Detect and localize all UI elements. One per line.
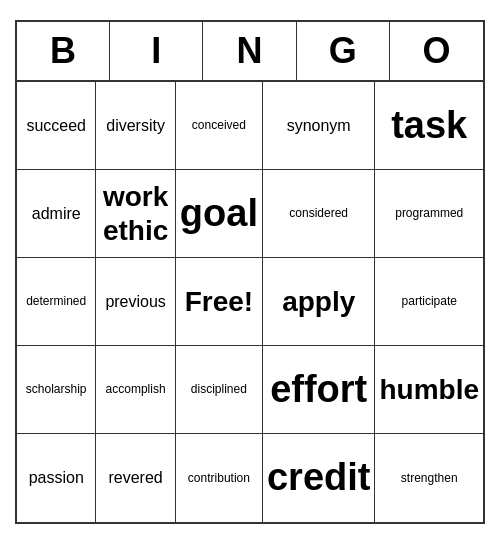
bingo-cell: humble [375,346,483,434]
bingo-cell: succeed [17,82,96,170]
bingo-cell: passion [17,434,96,522]
header-cell: G [297,22,390,80]
cell-text: programmed [395,206,463,220]
bingo-cell: programmed [375,170,483,258]
cell-text: task [391,103,467,149]
bingo-cell: considered [263,170,375,258]
bingo-cell: work ethic [96,170,175,258]
bingo-cell: task [375,82,483,170]
cell-text: disciplined [191,382,247,396]
bingo-cell: effort [263,346,375,434]
bingo-header: BINGO [17,22,483,82]
header-cell: N [203,22,296,80]
cell-text: humble [379,373,479,407]
cell-text: contribution [188,471,250,485]
cell-text: previous [105,292,165,311]
cell-text: synonym [287,116,351,135]
bingo-cell: admire [17,170,96,258]
cell-text: scholarship [26,382,87,396]
bingo-cell: strengthen [375,434,483,522]
bingo-cell: conceived [176,82,263,170]
cell-text: effort [270,367,367,413]
cell-text: considered [289,206,348,220]
bingo-cell: diversity [96,82,175,170]
bingo-cell: disciplined [176,346,263,434]
bingo-cell: Free! [176,258,263,346]
header-cell: I [110,22,203,80]
bingo-grid: succeeddiversityconceivedsynonymtaskadmi… [17,82,483,522]
header-cell: O [390,22,483,80]
cell-text: admire [32,204,81,223]
cell-text: goal [180,191,258,237]
cell-text: credit [267,455,370,501]
bingo-cell: synonym [263,82,375,170]
bingo-cell: revered [96,434,175,522]
cell-text: strengthen [401,471,458,485]
cell-text: work ethic [100,180,170,247]
header-cell: B [17,22,110,80]
cell-text: revered [108,468,162,487]
bingo-cell: accomplish [96,346,175,434]
bingo-cell: determined [17,258,96,346]
bingo-cell: participate [375,258,483,346]
bingo-cell: goal [176,170,263,258]
cell-text: passion [29,468,84,487]
cell-text: Free! [185,285,253,319]
bingo-cell: previous [96,258,175,346]
cell-text: determined [26,294,86,308]
cell-text: apply [282,285,355,319]
bingo-card: BINGO succeeddiversityconceivedsynonymta… [15,20,485,524]
bingo-cell: contribution [176,434,263,522]
cell-text: succeed [26,116,86,135]
cell-text: diversity [106,116,165,135]
bingo-cell: credit [263,434,375,522]
bingo-cell: apply [263,258,375,346]
cell-text: participate [402,294,457,308]
cell-text: conceived [192,118,246,132]
cell-text: accomplish [106,382,166,396]
bingo-cell: scholarship [17,346,96,434]
